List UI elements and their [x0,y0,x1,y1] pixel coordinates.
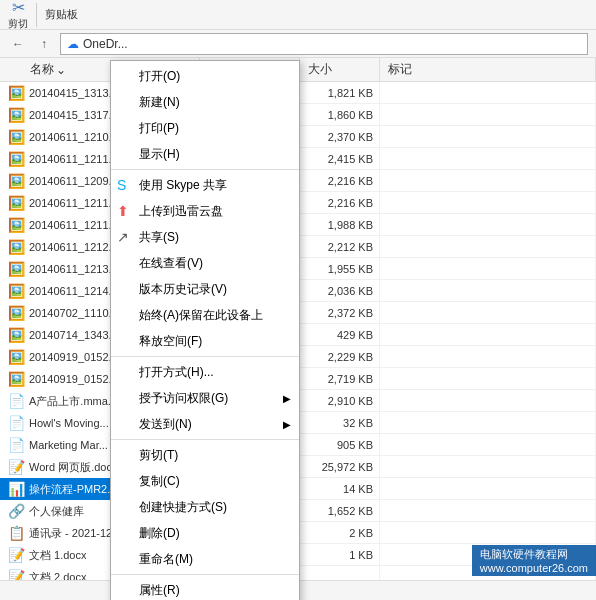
tag-cell [380,522,596,543]
cloud-icon: ☁ [67,37,79,51]
file-icon: 📝 [8,459,25,475]
tag-cell [380,368,596,389]
menu-item-label: 版本历史记录(V) [139,281,227,298]
file-icon: 🖼️ [8,305,25,321]
file-name: 20140702_1110... [29,307,118,319]
file-icon: 🖼️ [8,129,25,145]
size-cell: 2,229 KB [300,346,380,367]
context-menu-item[interactable]: ↗共享(S) [111,224,299,250]
tag-cell [380,258,596,279]
scissors-label: 剪切 [8,17,28,31]
file-icon: 🖼️ [8,349,25,365]
watermark-line2: www.computer26.com [480,562,588,574]
file-icon: 🖼️ [8,371,25,387]
context-menu-item[interactable]: 版本历史记录(V) [111,276,299,302]
menu-item-label: 授予访问权限(G) [139,390,228,407]
context-menu-item[interactable]: 新建(N) [111,89,299,115]
file-name: 20140415_1317... [29,109,118,121]
scissors-button[interactable]: ✂ 剪切 [8,0,28,31]
size-cell: 905 KB [300,434,380,455]
file-icon: 🖼️ [8,173,25,189]
back-button[interactable]: ← [8,34,28,54]
submenu-arrow: ▶ [283,419,291,430]
context-menu-item[interactable]: 打开(O) [111,63,299,89]
tag-cell [380,412,596,433]
file-name: 20140919_0152... [29,373,118,385]
file-name: 20140611_1211... [29,219,118,231]
tag-cell [380,126,596,147]
context-menu-item[interactable]: 显示(H) [111,141,299,167]
upload-icon: ⬆ [117,203,129,219]
file-icon: 📋 [8,525,25,541]
file-icon: 📄 [8,415,25,431]
tag-cell [380,192,596,213]
file-name: Word 网页版.doc... [29,460,121,475]
tag-cell [380,500,596,521]
submenu-arrow: ▶ [283,393,291,404]
context-menu-item[interactable]: ⬆上传到迅雷云盘 [111,198,299,224]
context-menu-item[interactable]: 打印(P) [111,115,299,141]
context-menu-item[interactable]: 剪切(T) [111,442,299,468]
file-name: Howl's Moving... [29,417,109,429]
context-menu-item[interactable]: 释放空间(F) [111,328,299,354]
context-menu-item[interactable]: 复制(C) [111,468,299,494]
size-cell: 429 KB [300,324,380,345]
size-cell: 2,372 KB [300,302,380,323]
tag-cell [380,236,596,257]
size-cell: 2,216 KB [300,192,380,213]
menu-separator [111,439,299,440]
context-menu-item[interactable]: 打开方式(H)... [111,359,299,385]
size-cell: 2,910 KB [300,390,380,411]
file-icon: 🖼️ [8,85,25,101]
file-icon: 🖼️ [8,195,25,211]
size-cell: 1,652 KB [300,500,380,521]
file-icon: 🖼️ [8,327,25,343]
menu-item-label: 复制(C) [139,473,180,490]
menu-separator [111,169,299,170]
file-name: A产品上市.mma... [29,394,117,409]
context-menu-item[interactable]: 创建快捷方式(S) [111,494,299,520]
file-name: 文档 1.docx [29,548,86,563]
context-menu-item[interactable]: 属性(R) [111,577,299,600]
share-icon: ↗ [117,229,129,245]
menu-item-label: 始终(A)保留在此设备上 [139,307,263,324]
tag-cell [380,478,596,499]
size-cell: 25,972 KB [300,456,380,477]
context-menu-item[interactable]: 重命名(M) [111,546,299,572]
context-menu-item[interactable]: 发送到(N)▶ [111,411,299,437]
size-cell: 32 KB [300,412,380,433]
tag-cell [380,434,596,455]
file-name: 20140611_1211... [29,197,118,209]
tag-cell [380,82,596,103]
file-icon: 🖼️ [8,107,25,123]
file-icon: 📄 [8,393,25,409]
size-header: 大小 [300,58,380,81]
address-path[interactable]: ☁ OneDr... [60,33,588,55]
file-name: 20140611_1210... [29,131,118,143]
size-cell: 2 KB [300,522,380,543]
menu-item-label: 发送到(N) [139,416,192,433]
tag-header: 标记 [380,58,596,81]
address-text: OneDr... [83,37,128,51]
explorer-window: ✂ 剪切 剪贴板 ← ↑ ☁ OneDr... 名称 ⌄ 🖼️20140415_… [0,0,596,600]
menu-item-label: 创建快捷方式(S) [139,499,227,516]
file-icon: 🖼️ [8,283,25,299]
size-cell: 2,216 KB [300,170,380,191]
file-name: 20140611_1209... [29,175,118,187]
up-button[interactable]: ↑ [34,34,54,54]
context-menu-item[interactable]: 授予访问权限(G)▶ [111,385,299,411]
file-name: 20140611_1214... [29,285,118,297]
context-menu-item[interactable]: 删除(D) [111,520,299,546]
menu-item-label: 重命名(M) [139,551,193,568]
context-menu-item[interactable]: 始终(A)保留在此设备上 [111,302,299,328]
file-icon: 🖼️ [8,217,25,233]
menu-item-label: 打开方式(H)... [139,364,214,381]
menu-item-label: 删除(D) [139,525,180,542]
file-name: 个人保健库 [29,504,84,519]
context-menu-item[interactable]: S使用 Skype 共享 [111,172,299,198]
addressbar: ← ↑ ☁ OneDr... [0,30,596,58]
context-menu-item[interactable]: 在线查看(V) [111,250,299,276]
menu-separator [111,574,299,575]
size-cell: 1,821 KB [300,82,380,103]
tag-cell [380,302,596,323]
